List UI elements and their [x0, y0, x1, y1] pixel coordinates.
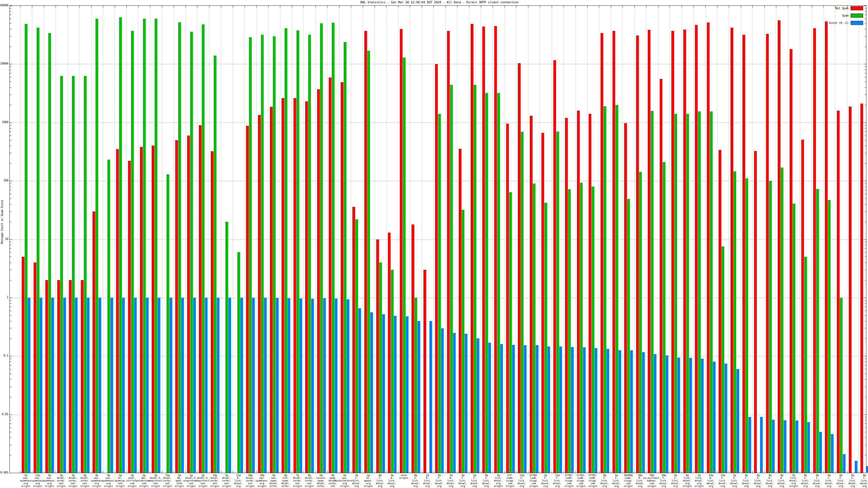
- v-gridline: [528, 6, 528, 473]
- x-tick: [79, 6, 80, 8]
- x-tick: [599, 471, 599, 473]
- y-minor-tick: [865, 359, 866, 359]
- x-tick: [599, 6, 599, 8]
- bar-score: [311, 299, 314, 473]
- bar-score: [122, 298, 125, 473]
- bar-spam: [284, 28, 287, 473]
- y-major-tick: [864, 415, 866, 415]
- bar-score: [264, 298, 267, 473]
- x-tick: [552, 6, 552, 8]
- bar-spam: [320, 23, 323, 473]
- y-minor-tick: [865, 70, 866, 70]
- v-gridline: [56, 6, 56, 473]
- y-tick-label: 0.001: [0, 471, 8, 474]
- x-tick: [493, 471, 493, 473]
- bar-spam: [639, 172, 642, 473]
- bar-not-spam: [778, 20, 780, 473]
- x-tick: [481, 6, 481, 8]
- x-tick: [564, 471, 564, 473]
- bar-spam: [804, 257, 807, 473]
- bar-not-spam: [613, 31, 615, 473]
- bar-spam: [25, 24, 27, 473]
- x-tick: [398, 6, 399, 8]
- x-tick: [611, 6, 611, 8]
- y-minor-tick: [865, 257, 866, 257]
- x-tick: [32, 471, 32, 473]
- bar-not-spam: [187, 135, 190, 473]
- bar-not-spam: [813, 28, 816, 473]
- bar-spam: [308, 35, 311, 473]
- bar-spam: [107, 160, 110, 473]
- y-minor-tick: [865, 87, 866, 88]
- v-gridline: [504, 6, 505, 473]
- y-tick-label: 0.1: [3, 354, 8, 357]
- x-tick: [339, 471, 339, 473]
- bar-spam: [166, 174, 169, 473]
- x-tick: [717, 471, 717, 473]
- y-minor-tick: [865, 445, 866, 445]
- y-minor-tick: [10, 14, 11, 15]
- bar-not-spam: [541, 133, 544, 473]
- bar-score: [134, 298, 137, 473]
- y-minor-tick: [10, 212, 11, 212]
- v-gridline: [245, 6, 245, 473]
- bar-spam: [840, 298, 842, 473]
- x-tick: [56, 471, 56, 473]
- x-tick: [705, 6, 706, 8]
- y-minor-tick: [865, 417, 866, 417]
- bar-not-spam: [860, 104, 863, 473]
- bar-not-spam: [530, 116, 532, 473]
- x-tick: [398, 471, 399, 473]
- y-major-tick: [10, 473, 12, 473]
- x-tick: [504, 6, 505, 8]
- bar-score: [737, 369, 739, 473]
- v-gridline: [764, 6, 765, 473]
- y-minor-tick: [865, 8, 866, 9]
- x-tick: [268, 471, 269, 473]
- bar-score: [146, 298, 149, 473]
- bar-spam: [474, 85, 476, 473]
- bar-not-spam: [34, 262, 36, 473]
- v-gridline: [375, 6, 375, 473]
- x-tick: [32, 6, 32, 8]
- legend-swatch-spam: [850, 13, 863, 18]
- bar-score: [488, 343, 491, 473]
- y-minor-tick: [865, 82, 866, 82]
- legend-swatch-score: [850, 21, 863, 25]
- bar-score: [394, 316, 397, 473]
- legend-item-not-spam: Not Spam: [829, 6, 863, 10]
- x-tick: [847, 471, 847, 473]
- x-tick: [315, 6, 316, 8]
- bar-score: [240, 298, 243, 473]
- y-minor-tick: [865, 95, 866, 95]
- bar-score: [512, 345, 515, 473]
- bar-not-spam: [57, 280, 60, 473]
- x-tick: [752, 471, 753, 473]
- v-gridline: [540, 6, 540, 473]
- x-tick: [91, 6, 91, 8]
- bar-spam: [297, 30, 299, 473]
- y-major-tick: [864, 181, 866, 181]
- x-tick: [422, 471, 422, 473]
- bar-spam: [344, 42, 346, 473]
- y-minor-tick: [10, 198, 11, 199]
- v-gridline: [564, 6, 564, 473]
- y-minor-tick: [865, 187, 866, 187]
- y-minor-tick: [865, 262, 866, 263]
- v-gridline: [599, 6, 599, 473]
- x-tick: [658, 6, 658, 8]
- bar-spam: [698, 111, 701, 473]
- bar-spam: [438, 114, 441, 473]
- x-tick: [256, 6, 257, 8]
- x-tick: [528, 6, 528, 8]
- y-minor-tick: [865, 248, 866, 249]
- y-tick-label: 10000: [0, 62, 8, 65]
- bar-not-spam: [482, 27, 485, 473]
- y-minor-tick: [10, 420, 11, 420]
- x-tick: [824, 471, 824, 473]
- y-minor-tick: [865, 29, 866, 29]
- bar-not-spam: [341, 82, 343, 473]
- bar-spam: [237, 252, 240, 473]
- bar-spam: [72, 76, 74, 473]
- y-minor-tick: [10, 11, 11, 12]
